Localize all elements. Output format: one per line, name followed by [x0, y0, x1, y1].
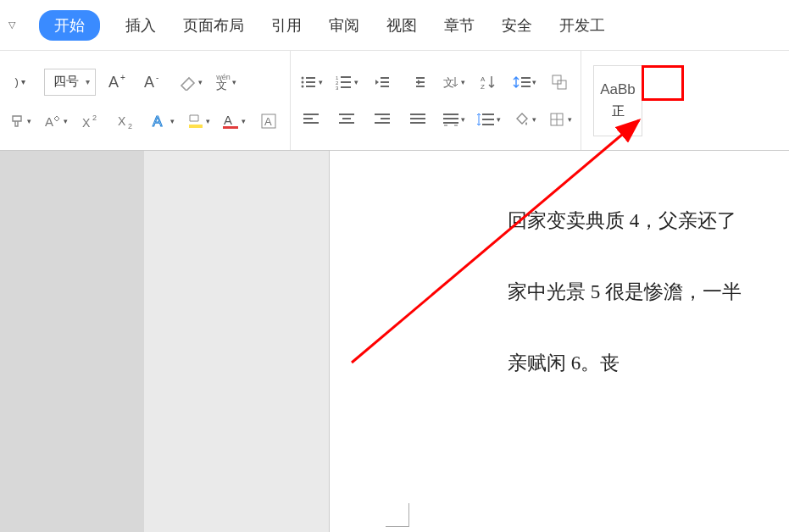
style-preset[interactable]: AaBb 正 [593, 65, 642, 136]
svg-rect-20 [306, 86, 315, 87]
align-justify-button[interactable] [406, 108, 430, 131]
line-spacing-icon [513, 75, 531, 90]
tab-review[interactable]: 审阅 [327, 12, 361, 39]
style-name-text: 正 [612, 103, 625, 119]
svg-rect-47 [375, 114, 390, 115]
svg-text:3: 3 [336, 86, 339, 90]
tab-security[interactable]: 安全 [500, 12, 534, 39]
svg-point-15 [301, 76, 303, 79]
svg-rect-42 [303, 118, 313, 119]
svg-rect-49 [375, 122, 390, 124]
subscript-icon: X2 [118, 114, 136, 129]
decrease-indent-button[interactable] [370, 70, 394, 94]
align-justify-icon [409, 112, 426, 127]
file-caret[interactable]: ▽ [8, 19, 15, 30]
svg-rect-30 [416, 77, 425, 79]
svg-rect-24 [341, 81, 351, 83]
svg-text:2: 2 [92, 114, 97, 122]
tab-developer[interactable]: 开发工 [558, 12, 607, 39]
ribbon: ) ▾ 四号 ▾ A+ A- wén文 A [0, 51, 789, 151]
chevron-down-icon: ▽ [8, 19, 15, 30]
format-painter-button[interactable] [8, 109, 32, 133]
highlight-color-button[interactable] [186, 109, 210, 133]
subscript-button[interactable]: X2 [115, 109, 139, 133]
menubar: ▽ 开始 插入 页面布局 引用 审阅 视图 章节 安全 开发工 [0, 0, 789, 51]
text-line[interactable]: 亲赋闲 6。丧 [508, 344, 789, 383]
shrink-font-button[interactable]: A- [143, 70, 167, 94]
line-spacing-button[interactable] [513, 70, 536, 94]
svg-rect-39 [553, 75, 561, 84]
grow-font-button[interactable]: A+ [108, 70, 131, 94]
page-corner-mark [386, 503, 409, 527]
group-styles: AaBb 正 [581, 51, 654, 150]
tab-pagelayout[interactable]: 页面布局 [181, 12, 246, 39]
char-border-button[interactable]: A [258, 109, 281, 133]
align-right-icon [374, 112, 391, 127]
font-color-button[interactable]: A [222, 109, 246, 133]
style-sample-text: AaBb [600, 81, 636, 98]
svg-rect-37 [521, 81, 531, 83]
tab-section[interactable]: 章节 [442, 12, 476, 39]
svg-rect-54 [443, 118, 458, 119]
svg-rect-10 [189, 125, 203, 128]
svg-text:A: A [108, 74, 119, 91]
svg-rect-55 [443, 122, 458, 124]
paint-bucket-icon [514, 112, 531, 127]
text-line[interactable]: 回家变卖典质 4，父亲还了 [508, 202, 789, 241]
increase-indent-button[interactable] [406, 70, 430, 94]
tab-reference[interactable]: 引用 [269, 12, 303, 39]
align-distribute-icon [442, 112, 459, 127]
align-distribute-button[interactable] [442, 108, 465, 131]
borders-button[interactable] [548, 108, 572, 131]
bullets-button[interactable] [299, 70, 323, 94]
group-paragraph: 123 文 AZ [291, 51, 581, 150]
svg-rect-41 [303, 114, 319, 115]
svg-rect-52 [410, 122, 425, 124]
svg-text:X: X [82, 116, 91, 129]
superscript-button[interactable]: X2 [80, 109, 103, 133]
select-icon [551, 74, 570, 91]
tab-home[interactable]: 开始 [39, 10, 100, 41]
svg-point-19 [301, 85, 303, 87]
font-name-caret[interactable]: ) ▾ [8, 70, 32, 94]
tab-insert[interactable]: 插入 [124, 12, 158, 39]
align-right-button[interactable] [370, 108, 394, 131]
svg-rect-46 [339, 122, 354, 124]
svg-rect-44 [339, 114, 354, 115]
text-direction-button[interactable]: 文 [442, 70, 465, 94]
select-tool-button[interactable] [548, 70, 572, 94]
align-left-button[interactable] [299, 108, 323, 131]
font-size-combo[interactable]: 四号 ▾ [44, 69, 96, 96]
svg-text:Z: Z [481, 83, 485, 90]
borders-icon [549, 112, 566, 127]
tab-view[interactable]: 视图 [385, 12, 419, 39]
text-line[interactable]: 家中光景 5 很是惨澹，一半 [508, 273, 789, 312]
svg-rect-27 [381, 77, 389, 79]
svg-rect-58 [482, 124, 494, 125]
phonetic-guide-button[interactable]: wén文 [214, 70, 238, 94]
svg-rect-53 [443, 114, 458, 115]
eraser-icon [179, 74, 197, 91]
navigation-pane[interactable] [0, 151, 144, 532]
svg-rect-29 [381, 86, 389, 87]
svg-rect-22 [341, 76, 351, 78]
char-border-icon: A [260, 113, 279, 130]
text-effects-button[interactable]: A [151, 109, 175, 133]
outdent-icon [374, 75, 391, 90]
document-page[interactable]: 回家变卖典质 4，父亲还了 家中光景 5 很是惨澹，一半 亲赋闲 6。丧 [329, 151, 789, 532]
svg-rect-51 [410, 118, 425, 119]
shading-button[interactable] [513, 108, 536, 131]
sort-button[interactable]: AZ [477, 70, 501, 94]
numbering-button[interactable]: 123 [335, 70, 358, 94]
brush-icon [10, 114, 25, 129]
align-center-button[interactable] [335, 108, 358, 131]
clear-format-button[interactable] [179, 70, 203, 94]
svg-rect-50 [410, 114, 425, 115]
font-color-icon: A [222, 113, 240, 130]
paragraph-spacing-button[interactable] [477, 108, 501, 131]
char-scale-button[interactable]: A [44, 109, 68, 133]
align-center-icon [338, 112, 355, 127]
svg-text:A: A [481, 75, 486, 83]
document-body[interactable]: 回家变卖典质 4，父亲还了 家中光景 5 很是惨澹，一半 亲赋闲 6。丧 [508, 202, 789, 415]
svg-text:A: A [224, 113, 232, 127]
